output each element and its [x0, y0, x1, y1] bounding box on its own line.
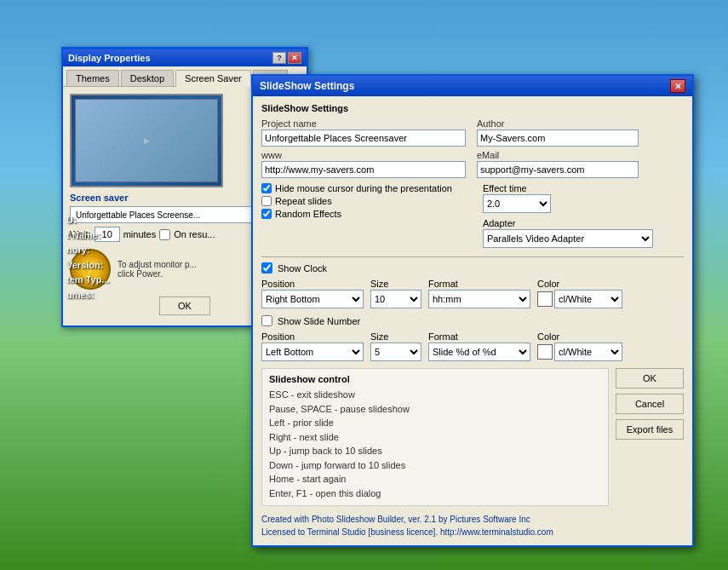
slide-position-field: Position Left Bottom: [261, 331, 364, 361]
on-resume-label: On resu...: [174, 229, 215, 239]
options-row: Hide mouse cursor during the presentatio…: [261, 183, 684, 251]
clock-color-label: Color: [537, 279, 622, 289]
slideshow-ok-button[interactable]: OK: [616, 368, 684, 389]
clock-size-label: Size: [370, 279, 421, 289]
slide-position-select[interactable]: Left Bottom: [261, 343, 364, 361]
adapter-label: Adapter: [483, 218, 653, 228]
sidebar-line4: Version:: [66, 258, 110, 273]
divider-1: [261, 256, 684, 257]
lower-section: Slideshow control ESC - exit slideshow P…: [261, 368, 684, 538]
export-files-button[interactable]: Export files: [616, 419, 684, 440]
repeat-slides-row: Repeat slides: [261, 196, 452, 206]
control-line-6: Down - jump forward to 10 slides: [269, 458, 601, 473]
titlebar-buttons: ? ✕: [272, 52, 301, 64]
slideshow-title: SlideShow Settings: [260, 80, 354, 92]
display-props-ok-button[interactable]: OK: [159, 297, 210, 315]
slide-size-field: Size 5: [370, 331, 421, 361]
effect-time-label: Effect time: [483, 183, 551, 193]
display-props-title: Display Properties: [68, 53, 151, 63]
clock-format-select[interactable]: hh:mm: [428, 290, 530, 308]
tab-desktop[interactable]: Desktop: [121, 70, 174, 86]
screen-saver-preview: ▶: [70, 94, 223, 187]
slideshow-body: SlideShow Settings Project name Author w…: [253, 96, 692, 545]
slide-format-select[interactable]: Slide %d of %d: [428, 343, 530, 361]
lower-left: Slideshow control ESC - exit slideshow P…: [261, 368, 609, 538]
repeat-slides-label: Repeat slides: [275, 196, 332, 206]
slide-format-label: Format: [428, 331, 530, 342]
sidebar-line6: umes:: [66, 288, 110, 303]
slideshow-section-title: SlideShow Settings: [261, 103, 684, 113]
clock-format-label: Format: [428, 279, 530, 289]
random-effects-label: Random Effects: [275, 209, 341, 219]
sidebar-line2: t Name:: [66, 228, 110, 244]
effect-time-select[interactable]: 2.0: [483, 194, 551, 213]
project-name-input[interactable]: [261, 130, 466, 147]
slide-size-label: Size: [370, 331, 421, 342]
close-button[interactable]: ✕: [288, 52, 301, 64]
clock-position-field: Position Right Bottom: [261, 279, 364, 308]
clock-format-field: Format hh:mm: [428, 279, 530, 308]
control-lines: ESC - exit slideshow Pause, SPACE - paus…: [269, 388, 601, 500]
clock-size-select[interactable]: 10: [370, 290, 421, 308]
repeat-slides-checkbox[interactable]: [261, 196, 272, 206]
footer-line-2: Licensed to Terminal Studio [business li…: [261, 526, 609, 538]
clock-position-label: Position: [261, 279, 364, 289]
control-section: Slideshow control ESC - exit slideshow P…: [261, 368, 609, 506]
slide-color-select[interactable]: cl/White: [554, 343, 622, 361]
show-slide-number-label: Show Slide Number: [278, 316, 360, 326]
author-field: Author: [477, 118, 684, 147]
form-grid-top: Project name Author www eMail: [261, 118, 684, 178]
show-clock-label: Show Clock: [278, 263, 327, 273]
control-line-7: Home - start again: [269, 472, 601, 487]
slide-options-row: Position Left Bottom Size 5 Format Slide…: [261, 331, 684, 361]
random-effects-checkbox[interactable]: [261, 209, 272, 219]
adapter-row: Adapter Parallels Video Adapter: [483, 218, 653, 248]
random-effects-row: Random Effects: [261, 209, 452, 219]
hide-mouse-checkbox[interactable]: [261, 183, 272, 193]
effect-time-row: Effect time 2.0: [483, 183, 653, 213]
slideshow-cancel-button[interactable]: Cancel: [616, 394, 684, 414]
adapter-select[interactable]: Parallels Video Adapter: [483, 229, 653, 248]
hide-mouse-row: Hide mouse cursor during the presentatio…: [261, 183, 452, 193]
checkboxes-left: Hide mouse cursor during the presentatio…: [261, 183, 452, 251]
control-line-5: Up - jump back to 10 slides: [269, 444, 601, 458]
footer-text: Created with Photo Slideshow Builder, ve…: [261, 513, 609, 538]
footer-line-1: Created with Photo Slideshow Builder, ve…: [261, 513, 609, 526]
clock-color-select[interactable]: cl/White: [554, 290, 622, 308]
www-field: www: [261, 150, 468, 178]
show-slide-number-checkbox[interactable]: [261, 315, 272, 326]
www-input[interactable]: [261, 161, 466, 178]
show-clock-checkbox[interactable]: [261, 262, 272, 273]
slide-position-label: Position: [261, 331, 364, 342]
clock-color-cell: cl/White: [537, 290, 622, 308]
sidebar-labels: U: t Name: nory: Version: tem Typ... ume…: [66, 213, 110, 303]
clock-position-select[interactable]: Right Bottom: [261, 290, 364, 308]
control-line-4: Right - next slide: [269, 430, 601, 445]
author-input[interactable]: [477, 130, 639, 147]
www-label: www: [261, 150, 468, 160]
control-line-2: Pause, SPACE - pause slideshow: [269, 402, 601, 417]
slide-color-field: Color cl/White: [537, 331, 622, 361]
effect-adapter-right: Effect time 2.0 Adapter Parallels Video …: [483, 183, 653, 251]
on-resume-checkbox[interactable]: [159, 229, 170, 240]
clock-options-row: Position Right Bottom Size 10 Format hh:…: [261, 279, 684, 308]
slideshow-close-button[interactable]: ✕: [670, 79, 685, 93]
sidebar-line1: U:: [66, 213, 110, 228]
slide-size-select[interactable]: 5: [370, 343, 421, 361]
tab-screensaver[interactable]: Screen Saver: [175, 70, 251, 87]
slide-color-swatch: [537, 344, 553, 360]
clock-size-field: Size 10: [370, 279, 421, 308]
email-input[interactable]: [477, 161, 639, 178]
slide-format-field: Format Slide %d of %d: [428, 331, 530, 361]
slideshow-settings-dialog: SlideShow Settings ✕ SlideShow Settings …: [251, 74, 694, 547]
display-props-titlebar: Display Properties ? ✕: [63, 49, 307, 66]
email-field: eMail: [477, 150, 684, 178]
control-section-title: Slideshow control: [269, 374, 601, 384]
monitor-text: To adjust monitor p...click Power.: [118, 260, 197, 279]
effect-time-field: Effect time 2.0: [483, 183, 551, 213]
tab-themes[interactable]: Themes: [66, 70, 119, 86]
help-button[interactable]: ?: [272, 52, 286, 64]
project-name-field: Project name: [261, 118, 468, 147]
minutes-label: minutes: [123, 229, 157, 239]
sidebar-line5: tem Typ...: [66, 273, 110, 288]
